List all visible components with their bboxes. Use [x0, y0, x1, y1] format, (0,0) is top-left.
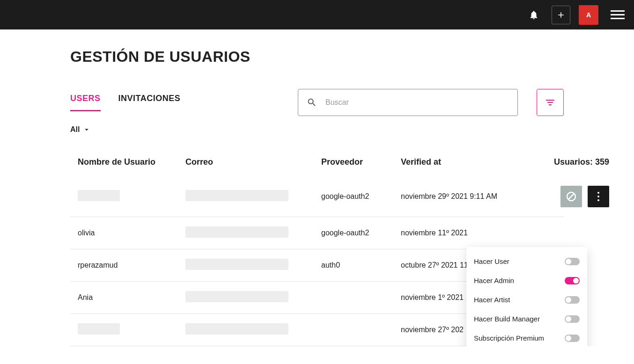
- users-count: Usuarios: 359: [541, 157, 609, 167]
- block-button[interactable]: [560, 186, 582, 207]
- menu-button[interactable]: [611, 10, 625, 19]
- cell-provider: google-oauth2: [321, 229, 401, 237]
- toggle-hacer-user[interactable]: [565, 258, 580, 265]
- cell-email: [185, 291, 321, 304]
- cell-username: rperazamud: [78, 261, 185, 269]
- cell-email: [185, 226, 321, 240]
- more-icon: [597, 192, 599, 201]
- col-verified: Verified at: [401, 157, 541, 167]
- chevron-down-icon: [82, 125, 91, 134]
- table-row: oliviagoogle-oauth2noviembre 11º 2021: [70, 217, 564, 249]
- search-input[interactable]: [325, 98, 509, 107]
- col-username: Nombre de Usuario: [78, 157, 185, 167]
- cell-verified: noviembre 11º 2021: [401, 229, 541, 237]
- tab-invitations[interactable]: INVITACIONES: [118, 94, 181, 111]
- col-provider: Proveedor: [321, 157, 401, 167]
- search-icon: [307, 97, 317, 108]
- filter-icon: [545, 97, 556, 108]
- svg-line-1: [568, 194, 575, 200]
- block-icon: [566, 191, 577, 202]
- table-header: Nombre de Usuario Correo Proveedor Verif…: [70, 148, 564, 176]
- cell-email: [185, 259, 321, 272]
- add-button[interactable]: [552, 6, 570, 24]
- toggle-hacer-admin[interactable]: [565, 277, 580, 284]
- cell-verified: noviembre 29º 2021 9:11 AM: [401, 192, 541, 201]
- cell-provider: google-oauth2: [321, 192, 401, 201]
- cell-provider: auth0: [321, 261, 401, 269]
- menu-subscripcion-premium[interactable]: Subscripción Premium: [466, 328, 587, 346]
- toggle-hacer-build-manager[interactable]: [565, 315, 580, 323]
- notifications-button[interactable]: [524, 6, 543, 24]
- row-actions: [541, 186, 609, 207]
- cell-email: [185, 323, 321, 336]
- filter-button[interactable]: [537, 89, 564, 116]
- tabs-bar: USERS INVITACIONES: [70, 89, 564, 116]
- col-email: Correo: [185, 157, 321, 167]
- filter-dropdown[interactable]: All: [70, 125, 564, 134]
- menu-hacer-user[interactable]: Hacer User: [466, 252, 587, 271]
- page-title: GESTIÓN DE USUARIOS: [70, 48, 564, 66]
- cell-username: Ania: [78, 293, 185, 302]
- more-button[interactable]: [588, 186, 609, 207]
- hamburger-icon: [611, 10, 625, 12]
- row-context-menu: Hacer User Hacer Admin Hacer Artist Hace…: [466, 247, 587, 346]
- toggle-subscripcion-premium[interactable]: [565, 335, 580, 342]
- bell-icon: [529, 10, 539, 20]
- cell-username: olivia: [78, 229, 185, 237]
- tab-users[interactable]: USERS: [70, 94, 101, 111]
- avatar[interactable]: A: [579, 5, 598, 25]
- menu-hacer-admin[interactable]: Hacer Admin: [466, 271, 587, 290]
- filter-label: All: [70, 125, 80, 134]
- cell-username: [78, 190, 185, 203]
- search-box: [298, 89, 518, 116]
- toggle-hacer-artist[interactable]: [565, 296, 580, 304]
- menu-hacer-build-manager[interactable]: Hacer Build Manager: [466, 309, 587, 328]
- table-row: google-oauth2noviembre 29º 2021 9:11 AM: [70, 176, 564, 217]
- plus-icon: [556, 10, 566, 20]
- cell-username: [78, 323, 185, 336]
- app-header: A: [0, 0, 634, 29]
- cell-email: [185, 190, 321, 203]
- menu-hacer-artist[interactable]: Hacer Artist: [466, 290, 587, 309]
